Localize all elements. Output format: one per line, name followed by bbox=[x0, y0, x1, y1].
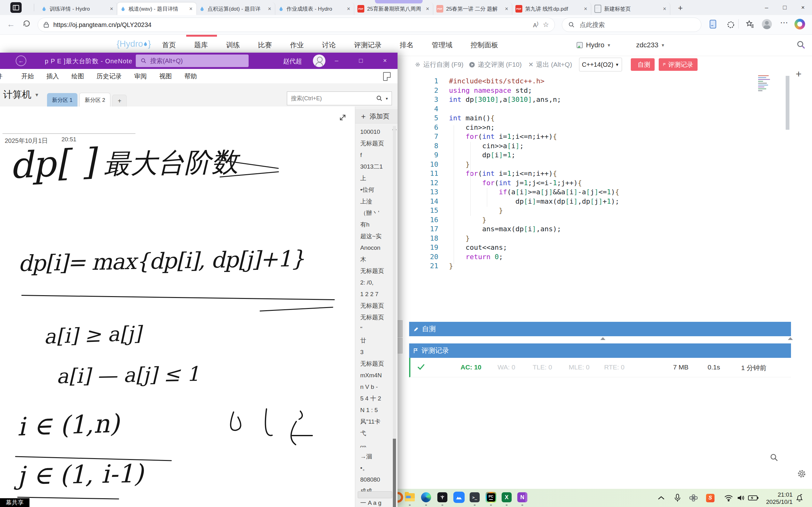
code-editor[interactable]: 1#include<bits/stdc++.h>2using namespace… bbox=[420, 77, 619, 271]
terminal-icon[interactable]: >_ bbox=[468, 491, 481, 504]
exit-button[interactable]: ✕ 退出 (Alt+Q) bbox=[528, 60, 572, 69]
tab-close-icon[interactable]: × bbox=[504, 6, 509, 12]
code-line[interactable]: 13 if(a[i]>=a[j]&&a[i]-a[j]<=1){ bbox=[420, 188, 619, 198]
favorite-star-icon[interactable]: ☆ bbox=[543, 21, 549, 29]
page-list-item[interactable]: 灬 bbox=[355, 439, 392, 451]
ribbon-tab[interactable]: 件 bbox=[0, 72, 2, 80]
gear-icon[interactable] bbox=[797, 469, 807, 479]
url-text[interactable]: https://oj.pangteam.cn/p/QLY20234 bbox=[53, 21, 529, 29]
chevron-down-icon[interactable]: ▾ bbox=[386, 96, 388, 101]
page-list-item[interactable]: →涸 bbox=[355, 451, 392, 462]
language-select[interactable]: C++14(O2)▼ bbox=[579, 58, 622, 71]
tab-close-icon[interactable]: × bbox=[662, 6, 667, 12]
code-line[interactable]: 4 bbox=[420, 105, 619, 114]
zoom-search-icon[interactable] bbox=[770, 453, 778, 462]
reading-list-icon[interactable] bbox=[709, 20, 717, 29]
page-list-item[interactable]: " bbox=[355, 323, 392, 335]
resize-grip[interactable] bbox=[600, 337, 605, 340]
browser-tab[interactable]: 新建标签页× bbox=[591, 2, 670, 15]
code-line[interactable]: 7 for(int i=1;i<=n;i++){ bbox=[420, 132, 619, 142]
page-list-item[interactable]: 3 bbox=[355, 346, 392, 358]
nav-item-讨论[interactable]: 讨论 bbox=[322, 41, 336, 50]
excel-icon[interactable]: X bbox=[500, 491, 513, 504]
side-panel-icon[interactable] bbox=[383, 72, 391, 81]
minimap[interactable] bbox=[758, 75, 772, 93]
ribbon-tab[interactable]: 视图 bbox=[159, 72, 172, 80]
microphone-icon[interactable] bbox=[674, 489, 681, 507]
code-line[interactable]: 14 dp[i]=max(dp[i],dp[j]+1); bbox=[420, 198, 619, 207]
back-icon[interactable]: ← bbox=[16, 55, 26, 66]
code-line[interactable]: 15 } bbox=[420, 207, 619, 216]
hydro-logo[interactable]: {Hydro } bbox=[117, 39, 151, 49]
file-explorer-icon[interactable] bbox=[403, 491, 416, 504]
tab-close-icon[interactable]: × bbox=[346, 6, 351, 12]
onenote-search-box[interactable]: 搜索(Alt+Q) bbox=[136, 55, 249, 67]
self-test-panel-header[interactable]: 自测 bbox=[409, 322, 791, 336]
nav-item-排名[interactable]: 排名 bbox=[400, 41, 414, 50]
code-line[interactable]: 16 } bbox=[420, 216, 619, 225]
page-list-item[interactable]: 100010 bbox=[355, 126, 392, 137]
page-list-item[interactable]: 有h bbox=[355, 219, 392, 230]
page-list-item[interactable]: 无标题页 bbox=[355, 137, 392, 149]
browser-tab[interactable]: 训练详情 - Hydro× bbox=[38, 2, 117, 15]
tab-close-icon[interactable]: × bbox=[267, 6, 272, 12]
volume-icon[interactable] bbox=[737, 489, 745, 507]
edge-icon[interactable] bbox=[420, 491, 433, 504]
page-list-item[interactable]: •。 bbox=[355, 462, 392, 474]
section-tab[interactable]: 新分区 2 bbox=[79, 93, 110, 107]
pycharm-icon[interactable]: PC bbox=[484, 491, 497, 504]
read-aloud-icon[interactable]: A) bbox=[533, 21, 538, 29]
onenote-titlebar[interactable]: ← p P E ]最大台阶数 - OneNote 搜索(Alt+Q) 赵代超 –… bbox=[0, 53, 397, 69]
add-section-button[interactable]: + bbox=[112, 95, 127, 107]
resize-grip[interactable] bbox=[788, 337, 793, 340]
nav-item-评测记录[interactable]: 评测记录 bbox=[354, 41, 382, 50]
domain-menu[interactable]: Hydro▼ bbox=[576, 35, 611, 56]
minimize-button[interactable]: – bbox=[757, 0, 776, 15]
site-search-icon[interactable] bbox=[796, 40, 806, 50]
records-panel-header[interactable]: 评测记录 bbox=[409, 343, 791, 358]
onenote-app-icon[interactable]: N bbox=[516, 491, 529, 504]
self-test-button[interactable]: 自测 bbox=[631, 58, 655, 71]
editor-scrollbar[interactable] bbox=[786, 76, 790, 130]
page-list-item[interactable]: N 1 : 5 bbox=[355, 404, 392, 416]
refresh-icon[interactable] bbox=[22, 19, 31, 27]
tab-close-icon[interactable]: × bbox=[583, 6, 588, 12]
maximize-button[interactable]: □ bbox=[776, 0, 794, 15]
page-list-item[interactable]: 超这~实 bbox=[355, 230, 392, 242]
browser-tab[interactable]: 点积运算(dot) - 题目详× bbox=[196, 2, 275, 15]
add-icon[interactable]: + bbox=[796, 68, 802, 80]
tab-close-icon[interactable]: × bbox=[188, 6, 193, 12]
run-self-test-button[interactable]: 运行自测 (F9) bbox=[415, 60, 464, 69]
pane-scrollbar-thumb[interactable] bbox=[393, 439, 396, 507]
page-list-item[interactable]: 无标题页 bbox=[355, 265, 392, 277]
tray-expand-icon[interactable] bbox=[658, 489, 665, 507]
meeting-app-icon[interactable] bbox=[452, 491, 466, 504]
address-bar[interactable]: https://oj.pangteam.cn/p/QLY20234 A) ☆ bbox=[38, 17, 555, 32]
favorites-hub-icon[interactable] bbox=[746, 20, 754, 29]
page-list-item[interactable]: 5 4 十 2 bbox=[355, 393, 392, 404]
more-options-icon[interactable]: ⋯ bbox=[780, 18, 788, 27]
wifi-icon[interactable] bbox=[724, 489, 733, 507]
add-page-button[interactable]: ＋ 添加页 bbox=[355, 109, 397, 123]
page-list-item[interactable]: （辦丶' bbox=[355, 207, 392, 219]
browser-tab[interactable]: PDF第九讲 线性dp.pdf× bbox=[512, 2, 591, 15]
extensions-icon[interactable] bbox=[727, 21, 735, 29]
quick-search-box[interactable]: 点此搜索 bbox=[562, 17, 701, 32]
nav-item-首页[interactable]: 首页 bbox=[162, 41, 176, 50]
code-line[interactable]: 3int dp[3010],a[3010],ans,n; bbox=[420, 96, 619, 105]
code-line[interactable]: 11 for(int i=1;i<=n;i++){ bbox=[420, 170, 619, 179]
input-method-icon[interactable] bbox=[689, 489, 698, 507]
ribbon-tab[interactable]: 开始 bbox=[21, 72, 34, 80]
records-button[interactable]: 评测记录 bbox=[659, 58, 698, 71]
ribbon-tab[interactable]: 插入 bbox=[46, 72, 59, 80]
page-list-item[interactable]: 上淦 bbox=[355, 195, 392, 207]
browser-tab[interactable]: PDF25育新暑期班第八周周× bbox=[354, 2, 433, 15]
nav-item-控制面板[interactable]: 控制面板 bbox=[471, 41, 498, 50]
page-list-item[interactable]: 廿 bbox=[355, 335, 392, 346]
page-list-item[interactable]: 无标题页 bbox=[355, 300, 392, 312]
new-tab-button[interactable]: + bbox=[675, 2, 686, 13]
page-list-item[interactable]: 3013二1 bbox=[355, 161, 392, 172]
code-line[interactable]: 12 for(int j=1;j<=i-1;j++){ bbox=[420, 179, 619, 188]
page-list-item[interactable]: 2: /0, bbox=[355, 277, 392, 288]
code-line[interactable]: 19 cout<<ans; bbox=[420, 243, 619, 253]
